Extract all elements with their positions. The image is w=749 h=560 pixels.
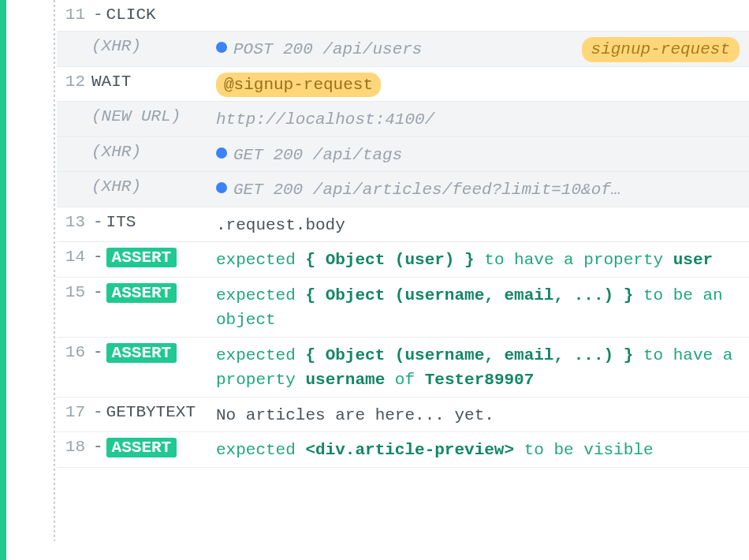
assert-value: Tester89907 [425, 371, 535, 389]
assert-value: { Object (username, email, ...) } [305, 346, 633, 364]
command-row[interactable]: (XHR)POST 200 /api/userssignup-request [57, 32, 749, 67]
command-row[interactable]: 12WAIT@signup-request [57, 67, 749, 103]
assert-text: to have a property [475, 251, 673, 269]
line-number: 12 [57, 71, 91, 91]
assert-text: expected [216, 286, 305, 304]
command-message: @signup-request [216, 71, 740, 98]
command-name-col: (XHR) [91, 176, 216, 196]
line-number: 17 [57, 401, 91, 421]
pass-indicator-bar [0, 0, 6, 560]
command-name: (NEW URL) [91, 107, 181, 125]
child-dash: - [93, 248, 103, 266]
xhr-text: POST 200 /api/users [233, 40, 422, 58]
command-name: WAIT [91, 73, 131, 91]
assert-text: of [385, 371, 424, 389]
assert-badge: ASSERT [106, 283, 177, 303]
child-dash: - [93, 438, 103, 456]
route-alias-badge[interactable]: signup-request [582, 37, 740, 62]
command-name-col: (NEW URL) [91, 106, 216, 125]
command-row[interactable]: 18-ASSERTexpected <div.article-preview> … [57, 432, 749, 468]
command-row[interactable]: 13-ITS.request.body [57, 207, 749, 243]
line-number: 16 [57, 342, 91, 361]
command-message: No articles are here... yet. [216, 401, 740, 428]
command-name: CLICK [106, 6, 156, 24]
child-dash: - [93, 6, 103, 24]
command-row[interactable]: (NEW URL)http://localhost:4100/ [57, 102, 749, 137]
command-name-col: -CLICK [91, 4, 216, 24]
command-name-col: (XHR) [91, 141, 216, 161]
command-row[interactable]: 15-ASSERTexpected { Object (username, em… [57, 278, 749, 338]
command-name: (XHR) [91, 177, 141, 196]
assert-badge: ASSERT [106, 343, 177, 363]
command-row[interactable]: (XHR)GET 200 /api/tags [57, 137, 749, 173]
command-message: .request.body [216, 211, 740, 238]
command-message: GET 200 /api/tags [216, 141, 740, 168]
assert-value: username [305, 371, 385, 389]
command-row[interactable]: 16-ASSERTexpected { Object (username, em… [57, 338, 749, 398]
command-message: http://localhost:4100/ [216, 106, 740, 133]
command-message: expected <div.article-preview> to be vis… [216, 436, 740, 463]
command-log: 11-CLICK(XHR)POST 200 /api/userssignup-r… [0, 0, 749, 560]
xhr-dot-icon [216, 147, 227, 159]
command-row[interactable]: 14-ASSERTexpected { Object (user) } to h… [57, 242, 749, 278]
xhr-text: GET 200 /api/articles/feed?limit=10&of… [233, 181, 620, 199]
command-name: ITS [106, 213, 136, 231]
command-name-col: -ITS [91, 211, 216, 231]
assert-text: expected [216, 441, 305, 459]
line-number: 13 [57, 211, 91, 231]
command-row[interactable]: 11-CLICK [57, 0, 749, 32]
line-number [57, 35, 91, 37]
command-message: expected { Object (user) } to have a pro… [216, 246, 740, 273]
xhr-dot-icon [216, 42, 227, 53]
line-number: 18 [57, 436, 91, 456]
alias-badge[interactable]: @signup-request [216, 73, 381, 98]
command-row[interactable]: (XHR)GET 200 /api/articles/feed?limit=10… [57, 172, 749, 207]
left-gutter [6, 0, 52, 560]
child-dash: - [93, 403, 103, 421]
assert-badge: ASSERT [106, 438, 177, 457]
assert-value: { Object (user) } [305, 251, 474, 269]
line-number: 15 [57, 282, 91, 301]
line-number [57, 106, 91, 107]
child-dash: - [93, 343, 103, 361]
assert-text: expected [216, 346, 305, 364]
assert-text: expected [216, 251, 305, 269]
child-dash: - [93, 283, 103, 301]
command-name-col: -ASSERT [91, 282, 216, 303]
xhr-text: GET 200 /api/tags [233, 146, 402, 164]
command-name: GETBYTEXT [106, 403, 196, 421]
command-message: POST 200 /api/userssignup-request [216, 35, 740, 62]
line-number [57, 141, 91, 143]
command-name-col: -GETBYTEXT [91, 401, 216, 421]
line-number [57, 176, 91, 177]
command-name: (XHR) [91, 143, 141, 161]
assert-value: <div.article-preview> [305, 441, 514, 459]
command-message [216, 4, 740, 6]
assert-text: to be visible [514, 441, 653, 459]
command-message: expected { Object (username, email, ...)… [216, 342, 740, 393]
command-row[interactable]: 17-GETBYTEXTNo articles are here... yet. [57, 398, 749, 433]
command-name-col: -ASSERT [91, 342, 216, 363]
command-name-col: WAIT [91, 71, 216, 91]
nesting-guide [52, 0, 57, 560]
command-name-col: -ASSERT [91, 246, 216, 267]
command-name-col: -ASSERT [91, 436, 216, 457]
command-message: GET 200 /api/articles/feed?limit=10&of… [216, 176, 740, 203]
command-rows: 11-CLICK(XHR)POST 200 /api/userssignup-r… [57, 0, 749, 560]
assert-value: { Object (username, email, ...) } [305, 286, 633, 304]
command-name: (XHR) [91, 37, 141, 55]
line-number: 11 [57, 4, 91, 24]
command-message: expected { Object (username, email, ...)… [216, 282, 740, 333]
xhr-dot-icon [216, 182, 227, 193]
command-name-col: (XHR) [91, 35, 216, 55]
assert-badge: ASSERT [106, 248, 177, 267]
line-number: 14 [57, 246, 91, 266]
child-dash: - [93, 213, 103, 231]
assert-value: user [673, 251, 713, 269]
